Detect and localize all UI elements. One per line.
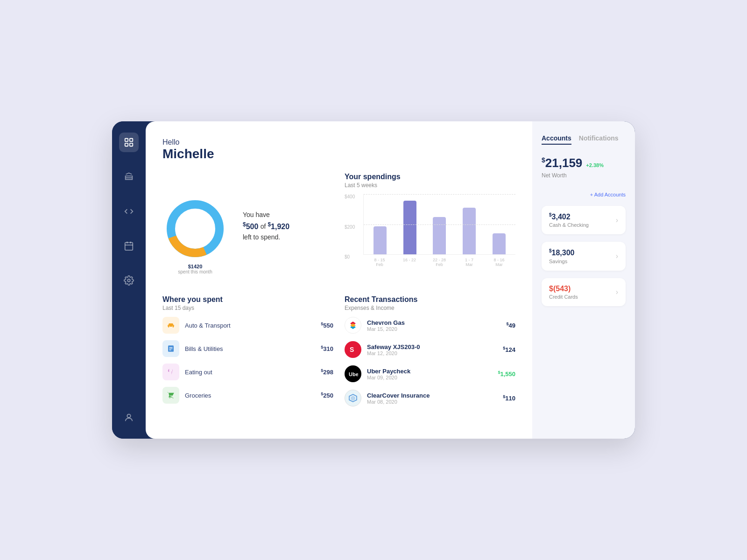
account-tabs: Accounts Notifications	[542, 134, 626, 145]
transactions-subtitle: Expenses & Income	[345, 305, 515, 311]
app-container: Hello Michelle $1420	[112, 121, 635, 439]
groceries-label: Groceries	[185, 392, 315, 399]
sidebar-item-settings[interactable]	[119, 271, 139, 290]
bar-5	[486, 233, 512, 254]
spendings-section: Your spendings Last 5 weeks $400 $200 $0	[345, 173, 515, 284]
clearcover-name: ClearCover Insurance	[367, 392, 497, 399]
uber-name: Uber Paycheck	[367, 368, 492, 375]
tab-accounts[interactable]: Accounts	[542, 134, 571, 145]
clearcover-info: ClearCover Insurance Mar 08, 2020	[367, 392, 497, 405]
sidebar-item-dashboard[interactable]	[119, 133, 139, 152]
greeting-hello: Hello	[162, 138, 515, 147]
main-content: Hello Michelle $1420	[146, 121, 532, 439]
list-item: Uber Uber Paycheck Mar 09, 2020 $1,550	[345, 365, 515, 382]
transactions-list: Chevron Gas Mar 15, 2020 $49 S	[345, 317, 515, 406]
uber-amount: $1,550	[498, 370, 515, 378]
sidebar-item-calendar[interactable]	[119, 236, 139, 256]
add-accounts-link[interactable]: + Add Accounts	[590, 192, 626, 197]
credit-info: $(543) Credit Cards	[549, 285, 578, 300]
transactions-section: Recent Transactions Expenses & Income	[345, 295, 515, 422]
spendings-title: Your spendings	[345, 173, 515, 181]
y-label-0: $0	[345, 254, 355, 259]
groceries-icon	[162, 387, 179, 404]
svg-rect-10	[169, 347, 173, 348]
x-label-4: 1 - 7Mar	[457, 258, 482, 267]
bar-2	[397, 201, 423, 254]
groceries-amount: $250	[321, 392, 333, 399]
net-worth-badge: +2.38%	[586, 162, 604, 168]
tab-notifications[interactable]: Notifications	[579, 134, 619, 145]
svg-rect-0	[125, 139, 128, 141]
budget-amount: $500	[243, 223, 261, 231]
bills-utilities-icon	[162, 340, 179, 357]
credit-chevron-icon: ›	[616, 288, 618, 296]
budget-have: You have	[243, 211, 270, 218]
donut-chart	[162, 196, 228, 261]
safeway-name: Safeway XJS203-0	[367, 343, 497, 350]
content-grid: $1420 spent this month You have $500 of …	[162, 173, 515, 422]
eating-out-icon	[162, 364, 179, 380]
x-label-3: 22 - 28Feb	[427, 258, 452, 267]
savings-info: $18,300 Savings	[549, 248, 575, 264]
where-spent-subtitle: Last 15 days	[162, 305, 333, 311]
svg-text:Uber: Uber	[349, 371, 358, 377]
savings-balance: $18,300	[549, 248, 575, 257]
clearcover-date: Mar 08, 2020	[367, 399, 497, 405]
sidebar-item-bank[interactable]	[119, 167, 139, 187]
safeway-info: Safeway XJS203-0 Mar 12, 2020	[367, 343, 497, 356]
transactions-title: Recent Transactions	[345, 295, 515, 304]
sidebar-item-transfer[interactable]	[119, 202, 139, 221]
greeting: Hello Michelle	[162, 138, 515, 161]
bills-utilities-amount: $310	[321, 345, 333, 352]
net-worth-amount: $21,159	[542, 156, 582, 170]
account-card-credit[interactable]: $(543) Credit Cards ›	[542, 278, 626, 306]
cash-balance: $3,402	[549, 212, 589, 221]
uber-date: Mar 09, 2020	[367, 375, 492, 380]
list-item: Groceries $250	[162, 387, 333, 404]
svg-rect-11	[169, 349, 173, 349]
cash-chevron-icon: ›	[616, 216, 618, 224]
auto-transport-icon	[162, 317, 179, 334]
eating-out-label: Eating out	[185, 369, 315, 376]
y-label-200: $200	[345, 224, 355, 230]
where-spent-section: Where you spent Last 15 days Auto & Tran…	[162, 295, 333, 422]
net-worth-label: Net Worth	[542, 172, 626, 179]
auto-transport-label: Auto & Transport	[185, 322, 315, 329]
list-item: S Safeway XJS203-0 Mar 12, 2020 $124	[345, 341, 515, 358]
svg-rect-2	[125, 143, 128, 146]
list-item: Eating out $298	[162, 364, 333, 380]
chevron-name: Chevron Gas	[367, 319, 501, 326]
list-item: ClearCover Insurance Mar 08, 2020 $110	[345, 390, 515, 406]
chevron-logo	[345, 317, 361, 334]
greeting-name: Michelle	[162, 147, 515, 161]
credit-balance: $(543)	[549, 285, 578, 293]
right-panel: Accounts Notifications $21,159 +2.38% Ne…	[532, 121, 635, 439]
savings-label: Savings	[549, 259, 575, 264]
sidebar-item-profile[interactable]	[119, 408, 139, 427]
account-card-savings[interactable]: $18,300 Savings ›	[542, 242, 626, 270]
credit-label: Credit Cards	[549, 294, 578, 300]
account-card-cash[interactable]: $3,402 Cash & Checking ›	[542, 206, 626, 234]
x-label-2: 16 - 22	[397, 258, 422, 267]
svg-rect-1	[130, 139, 133, 141]
x-label-1: 8 - 15Feb	[367, 258, 392, 267]
uber-logo: Uber	[345, 365, 361, 382]
donut-sub-label: spent this month	[178, 269, 212, 274]
cash-info: $3,402 Cash & Checking	[549, 212, 589, 228]
bar-4	[457, 208, 482, 254]
uber-info: Uber Paycheck Mar 09, 2020	[367, 368, 492, 380]
spent-list: Auto & Transport $550	[162, 317, 333, 404]
chevron-date: Mar 15, 2020	[367, 326, 501, 332]
y-label-400: $400	[345, 194, 355, 199]
svg-point-5	[127, 279, 130, 282]
chevron-info: Chevron Gas Mar 15, 2020	[367, 319, 501, 332]
safeway-logo: S	[345, 341, 361, 358]
where-spent-title: Where you spent	[162, 295, 333, 304]
list-item: Bills & Utilities $310	[162, 340, 333, 357]
svg-rect-12	[169, 350, 171, 350]
svg-point-6	[127, 414, 130, 418]
svg-text:S: S	[350, 346, 354, 353]
list-item: Auto & Transport $550	[162, 317, 333, 334]
budget-text: You have $500 of $1,920 left to spend.	[243, 210, 289, 242]
eating-out-amount: $298	[321, 368, 333, 376]
